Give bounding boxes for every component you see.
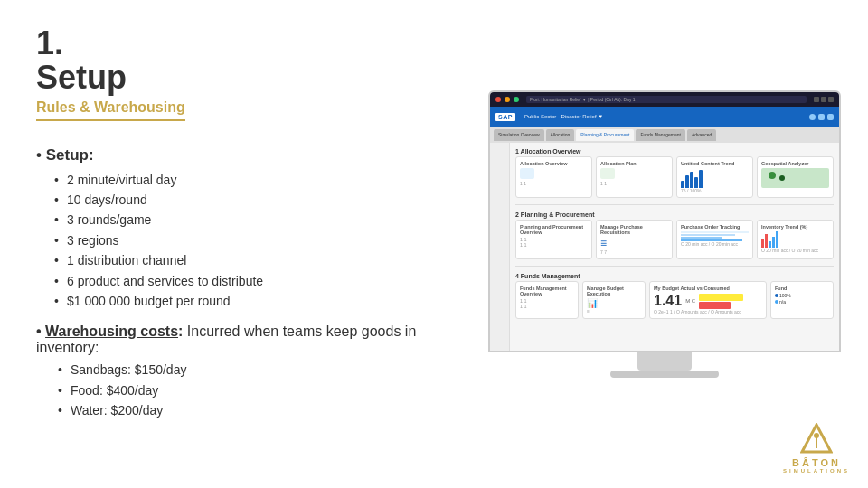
map-pin <box>779 175 785 181</box>
sap-section-header: 2 Planning & Procurement <box>515 211 834 218</box>
maximize-icon <box>514 97 519 102</box>
sap-card-allocation-overview[interactable]: Allocation Overview 1 1 <box>515 156 592 198</box>
sap-section-header: 4 Funds Management <box>515 273 834 279</box>
nav-icon <box>814 97 819 102</box>
bar <box>681 181 684 188</box>
budget-unit: M C <box>685 298 695 304</box>
list-item: Food: $400/day <box>58 380 434 400</box>
tracking-list <box>681 231 749 241</box>
fund-dot <box>775 294 778 297</box>
card-icon <box>600 168 615 179</box>
warehousing-section: • Warehousing costs: Incurred when teams… <box>36 324 434 420</box>
toolbar-label: Public Sector - Disaster Relief ▼ <box>524 114 603 119</box>
list-item: Water: $200/day <box>58 400 434 420</box>
bar <box>769 241 771 248</box>
sap-main-content: 1 Allocation Overview Allocation Overvie… <box>510 143 839 351</box>
sap-card-allocation-plan[interactable]: Allocation Plan 1 1 <box>596 156 673 198</box>
nav-icon <box>828 97 834 102</box>
sap-card-funds-overview[interactable]: Funds Management Overview 1 11 1 <box>515 281 579 319</box>
bar <box>772 237 775 248</box>
sap-card-purchase-order[interactable]: Purchase Order Tracking O 20 min acc / O… <box>676 220 753 259</box>
map-pin <box>769 172 776 179</box>
list-item: $1 000 000 budget per round <box>54 291 434 311</box>
fund-list: 100% n/a <box>775 293 829 305</box>
baton-logo: BÂTON SIMULATIONS <box>783 423 850 474</box>
bar <box>690 172 693 188</box>
bar <box>776 231 778 248</box>
map-thumbnail <box>761 168 829 188</box>
budget-value: 1.41 <box>654 293 682 309</box>
sap-card-geospatial[interactable]: Geospatial Analyzer <box>757 156 834 198</box>
sap-card-content-trend[interactable]: Untitled Content Trend <box>676 156 753 198</box>
list-item: Sandbags: $150/day <box>58 360 434 380</box>
baton-subtext: SIMULATIONS <box>783 468 850 474</box>
fund-label: 100% <box>779 293 791 298</box>
sap-card-purchase-req[interactable]: Manage Purchase Requisitions ≡ 7 7 <box>596 220 673 259</box>
sap-titlebar: Fiori: Humanitarian Relief ▼ | Period (C… <box>490 92 839 107</box>
track-item <box>681 237 722 239</box>
setup-bullet-list: 2 minute/virtual day 10 days/round 3 rou… <box>54 170 434 312</box>
card-icon <box>520 168 534 179</box>
sap-cards-row: Allocation Overview 1 1 Allocation Plan … <box>515 156 834 198</box>
monitor: Fiori: Humanitarian Relief ▼ | Period (C… <box>488 90 841 398</box>
tab-funds-management[interactable]: Funds Management <box>636 129 684 141</box>
sap-tab-bar[interactable]: Simulation Overview Allocation Planning … <box>490 127 839 143</box>
heading-title: Setup <box>36 60 434 96</box>
budget-bar-1 <box>699 294 743 301</box>
monitor-base <box>610 371 719 378</box>
fund-dot <box>775 300 778 304</box>
sap-cards-row: Planning and Procurement Overview 1 11 1… <box>515 220 834 259</box>
track-item <box>681 231 749 233</box>
list-item: 10 days/round <box>54 190 434 210</box>
sap-section-planning: 2 Planning & Procurement Planning and Pr… <box>515 211 834 259</box>
sap-card-inventory-trend[interactable]: Inventory Trend (%) O 2 <box>757 220 834 259</box>
budget-bar-2 <box>699 302 731 309</box>
sap-sidebar <box>490 143 510 351</box>
setup-section-title: • Setup: <box>36 146 434 164</box>
heading-number: 1. <box>36 27 434 60</box>
sap-toolbar: SAP Public Sector - Disaster Relief ▼ <box>490 107 839 127</box>
sap-section-funds: 4 Funds Management Funds Management Over… <box>515 273 834 319</box>
budget-icon: 📊 <box>587 298 641 308</box>
list-item: 3 regions <box>54 230 434 250</box>
sap-card-my-budget[interactable]: My Budget Actual vs Consumed 1.41 M C <box>649 281 767 319</box>
baton-icon-svg <box>800 423 833 455</box>
budget-spacer <box>699 294 762 309</box>
fund-item: 100% <box>775 293 829 298</box>
list-item: 6 product and services to distribute <box>54 271 434 291</box>
page: 1. Setup Rules & Warehousing • Setup: 2 … <box>0 0 868 488</box>
bar <box>694 177 698 188</box>
divider <box>515 204 834 205</box>
bar <box>699 170 703 188</box>
tab-advanced[interactable]: Advanced <box>687 129 716 141</box>
sap-logo: SAP <box>495 113 515 121</box>
bar <box>685 175 689 188</box>
baton-text: BÂTON <box>792 457 841 468</box>
heading-subtitle: Rules & Warehousing <box>36 99 185 121</box>
sap-card-planning-overview[interactable]: Planning and Procurement Overview 1 11 1 <box>515 220 592 259</box>
sap-section-allocation: 1 Allocation Overview Allocation Overvie… <box>515 148 834 198</box>
tab-simulation-overview[interactable]: Simulation Overview <box>494 129 544 141</box>
trend-chart <box>681 168 749 188</box>
divider <box>515 266 834 267</box>
sap-content: 1 Allocation Overview Allocation Overvie… <box>490 143 839 351</box>
sap-section-header: 1 Allocation Overview <box>515 148 834 155</box>
left-content: 1. Setup Rules & Warehousing • Setup: 2 … <box>0 0 470 488</box>
list-item: 2 minute/virtual day <box>54 170 434 190</box>
sap-card-fund[interactable]: Fund 100% n/ <box>770 281 834 319</box>
minimize-icon <box>505 97 510 102</box>
warehousing-title: • Warehousing costs: Incurred when teams… <box>36 324 434 356</box>
bar <box>761 239 764 248</box>
help-icon <box>827 114 834 120</box>
nav-icons <box>814 97 834 102</box>
settings-icon <box>818 114 825 120</box>
tab-planning-procurement[interactable]: Planning & Procurement <box>576 129 634 141</box>
fund-item: n/a <box>775 299 829 305</box>
user-icon <box>809 114 816 120</box>
sap-card-budget[interactable]: Manage Budget Execution 📊 ≡ <box>582 281 646 319</box>
card-value: ≡ <box>600 237 668 249</box>
tab-allocation[interactable]: Allocation <box>546 129 575 141</box>
track-item <box>681 234 735 236</box>
budget-display: 1.41 M C <box>654 293 762 309</box>
toolbar-icons <box>809 114 834 120</box>
